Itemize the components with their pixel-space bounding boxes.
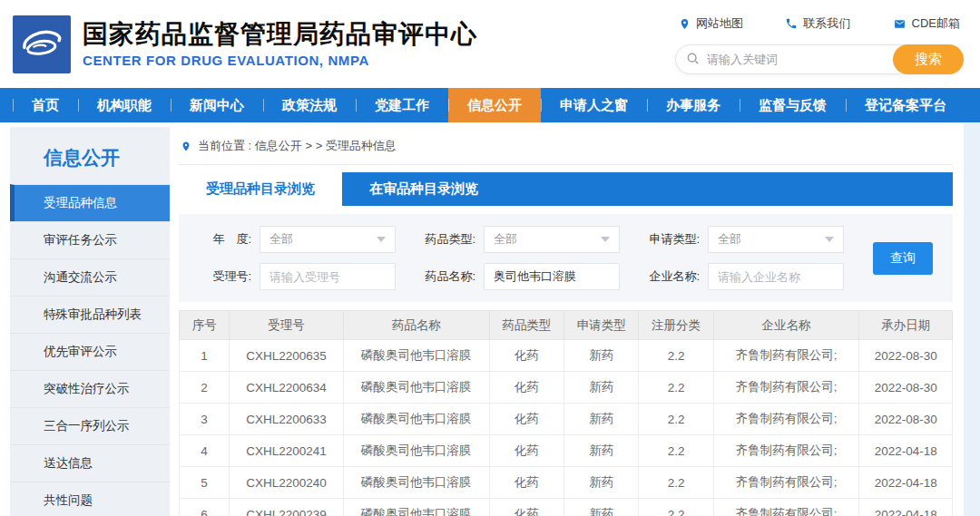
table-row[interactable]: 4 CXHL2200241 磷酸奥司他韦口溶膜 化药 新药 2.2 齐鲁制药有限… <box>180 435 953 467</box>
cell-company: 齐鲁制药有限公司; <box>713 340 859 372</box>
cell-no: 2 <box>180 372 230 404</box>
cell-company: 齐鲁制药有限公司; <box>713 467 859 499</box>
breadcrumb: 当前位置 : 信息公开 > > 受理品种信息 <box>179 127 953 165</box>
sidebar-item[interactable]: 共性问题 <box>10 482 170 516</box>
nav-item-label: 机构职能 <box>97 97 152 114</box>
sidebar-item[interactable]: 特殊审批品种列表 <box>10 296 170 333</box>
cell-reg-class: 2.2 <box>639 404 713 435</box>
page-subtitle: CENTER FOR DRUG EVALUATION, NMPA <box>83 53 477 68</box>
contact-us-link[interactable]: 联系我们 <box>785 15 850 32</box>
chevron-down-icon <box>601 237 610 242</box>
cell-no: 1 <box>180 340 230 372</box>
nav-item[interactable]: 政策法规 <box>263 88 356 122</box>
sidebar-item[interactable]: 受理品种信息 <box>10 184 170 221</box>
drug-name-input[interactable] <box>484 263 620 290</box>
sidebar-item-label: 受理品种信息 <box>44 196 117 209</box>
nav-item[interactable]: 监督与反馈 <box>740 88 846 122</box>
nav-item[interactable]: 办事服务 <box>647 88 740 122</box>
sidebar-item[interactable]: 优先审评公示 <box>10 333 170 370</box>
table-row[interactable]: 2 CXHL2200634 磷酸奥司他韦口溶膜 化药 新药 2.2 齐鲁制药有限… <box>180 372 953 404</box>
page-body: 信息公开 受理品种信息 审评任务公示 沟通交流公示 特殊审批品种列表 <box>0 122 980 516</box>
table-header-cell: 注册分类 <box>639 311 713 340</box>
cell-drug-name: 磷酸奥司他韦口溶膜 <box>343 435 489 467</box>
nav-item[interactable]: 信息公开 <box>448 88 541 122</box>
sidebar-item[interactable]: 送达信息 <box>10 444 170 482</box>
cde-mail-link[interactable]: CDE邮箱 <box>893 15 960 32</box>
acceptance-no-input[interactable] <box>260 263 396 290</box>
cell-acceptance-no: CXHL2200634 <box>230 372 344 404</box>
cell-date: 2022-08-30 <box>859 372 953 404</box>
page-right-margin <box>964 122 980 516</box>
cell-company: 齐鲁制药有限公司; <box>713 499 859 516</box>
sidebar-item-label: 特殊审批品种列表 <box>44 307 142 321</box>
tab-bar: 受理品种目录浏览 在审品种目录浏览 <box>179 172 953 206</box>
nav-item[interactable]: 机构职能 <box>78 88 171 122</box>
cell-no: 4 <box>180 435 230 467</box>
sidebar-item[interactable]: 三合一序列公示 <box>10 407 170 444</box>
tab[interactable]: 受理品种目录浏览 <box>179 172 342 206</box>
cell-acceptance-no: CXHL2200633 <box>230 404 344 435</box>
nav-item[interactable]: 登记备案平台 <box>846 88 965 122</box>
cde-logo[interactable] <box>13 15 71 73</box>
cell-acceptance-no: CXHL2200241 <box>230 435 344 467</box>
cell-apply-type: 新药 <box>564 467 638 499</box>
table-row[interactable]: 3 CXHL2200633 磷酸奥司他韦口溶膜 化药 新药 2.2 齐鲁制药有限… <box>180 404 953 435</box>
sidebar-item[interactable]: 审评任务公示 <box>10 221 170 258</box>
company-input[interactable] <box>708 263 844 290</box>
cell-no: 5 <box>180 467 230 499</box>
mail-icon <box>893 18 906 30</box>
sitemap-link[interactable]: 网站地图 <box>679 15 743 32</box>
cde-mail-link-label: CDE邮箱 <box>912 15 960 32</box>
table-row[interactable]: 6 CXHL2200239 磷酸奥司他韦口溶膜 化药 新药 2.2 齐鲁制药有限… <box>180 499 953 516</box>
cell-drug-type: 化药 <box>489 340 564 372</box>
contact-us-link-label: 联系我们 <box>803 15 850 32</box>
tab[interactable]: 在审品种目录浏览 <box>342 172 505 206</box>
cell-reg-class: 2.2 <box>639 372 713 404</box>
cell-acceptance-no: CXHL2200635 <box>230 340 344 372</box>
filter-panel: 年 度: 全部 药品类型: 全部 申请类型: 全部 <box>179 214 953 302</box>
tab-label: 在审品种目录浏览 <box>369 180 478 198</box>
sitemap-link-label: 网站地图 <box>696 15 743 32</box>
cell-company: 齐鲁制药有限公司; <box>713 372 859 404</box>
table-header-cell: 申请类型 <box>564 311 638 340</box>
nav-item-label: 登记备案平台 <box>865 97 946 114</box>
table-row[interactable]: 1 CXHL2200635 磷酸奥司他韦口溶膜 化药 新药 2.2 齐鲁制药有限… <box>180 340 953 372</box>
cell-reg-class: 2.2 <box>639 499 713 516</box>
cell-drug-name: 磷酸奥司他韦口溶膜 <box>343 404 489 435</box>
nav-item[interactable]: 申请人之窗 <box>541 88 647 122</box>
sidebar-menu: 受理品种信息 审评任务公示 沟通交流公示 特殊审批品种列表 优先审评公示 <box>10 184 170 516</box>
query-button[interactable]: 查询 <box>873 242 933 275</box>
cell-acceptance-no: CXHL2200240 <box>230 467 344 499</box>
cell-apply-type: 新药 <box>564 340 638 372</box>
table-body: 1 CXHL2200635 磷酸奥司他韦口溶膜 化药 新药 2.2 齐鲁制药有限… <box>180 340 953 516</box>
nav-item[interactable]: 党建工作 <box>356 88 448 122</box>
cell-reg-class: 2.2 <box>639 340 713 372</box>
drug-name-label: 药品名称: <box>416 268 475 285</box>
nav-item-label: 新闻中心 <box>190 97 244 114</box>
breadcrumb-text: 当前位置 : 信息公开 > > 受理品种信息 <box>198 138 397 154</box>
swan-emblem-icon <box>18 21 65 68</box>
drug-type-select[interactable]: 全部 <box>484 226 620 253</box>
cell-apply-type: 新药 <box>564 499 638 516</box>
sidebar-item[interactable]: 突破性治疗公示 <box>10 370 170 407</box>
sidebar-item-label: 优先审评公示 <box>44 345 117 358</box>
cell-date: 2022-08-30 <box>859 404 953 435</box>
breadcrumb-pin-icon <box>181 140 191 153</box>
cell-drug-name: 磷酸奥司他韦口溶膜 <box>343 340 489 372</box>
cell-reg-class: 2.2 <box>639 435 713 467</box>
nav-item[interactable]: 新闻中心 <box>171 88 263 122</box>
nav-item-label: 申请人之窗 <box>560 97 628 114</box>
location-pin-icon <box>679 17 691 31</box>
search-button[interactable]: 搜索 <box>893 44 964 74</box>
page-title: 国家药品监督管理局药品审评中心 <box>83 20 477 49</box>
cell-drug-name: 磷酸奥司他韦口溶膜 <box>343 467 489 499</box>
table-header-cell: 药品名称 <box>343 311 489 340</box>
chevron-down-icon <box>825 237 834 242</box>
table-row[interactable]: 5 CXHL2200240 磷酸奥司他韦口溶膜 化药 新药 2.2 齐鲁制药有限… <box>180 467 953 499</box>
apply-type-select[interactable]: 全部 <box>708 226 844 253</box>
year-select[interactable]: 全部 <box>260 226 396 253</box>
site-header: 国家药品监督管理局药品审评中心 CENTER FOR DRUG EVALUATI… <box>0 0 980 88</box>
nav-item[interactable]: 首页 <box>13 88 78 122</box>
nav-item-label: 首页 <box>32 97 59 114</box>
sidebar-item[interactable]: 沟通交流公示 <box>10 258 170 296</box>
